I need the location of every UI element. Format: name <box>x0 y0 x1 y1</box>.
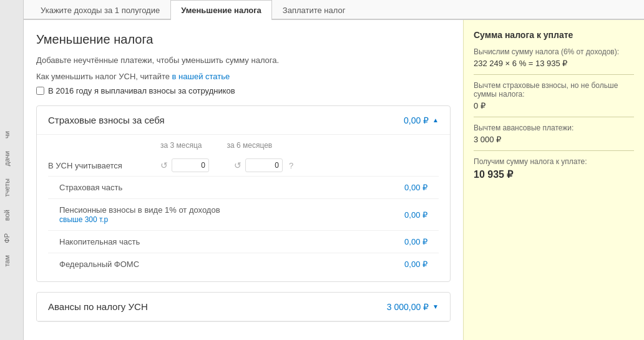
insurance-row-2-label: Накопительная часть <box>59 237 140 246</box>
sidebar-item[interactable]: там <box>0 249 23 273</box>
refresh-6months-btn[interactable]: ↺ <box>234 160 242 170</box>
advances-deduct-value: 3 000 ₽ <box>474 135 634 144</box>
insurance-row-1-value: 0,00 ₽ <box>404 210 427 220</box>
description-line1: Добавьте неучтённые платежи, чтобы умень… <box>36 54 451 67</box>
insurance-table-area: за 3 месяца за 6 месяцев В УСН учитывает… <box>37 135 450 281</box>
insurance-row-3-value: 0,00 ₽ <box>404 260 427 269</box>
insurance-toggle-icon[interactable]: ▲ <box>432 117 439 124</box>
advances-title: Авансы по налогу УСН <box>48 301 148 312</box>
sidebar-item[interactable]: чи <box>0 125 23 145</box>
tab-income[interactable]: Укажите доходы за 1 полугодие <box>30 0 170 20</box>
left-sidebar: чидачитчетывойФРтам <box>0 0 24 340</box>
insurance-row-2-value: 0,00 ₽ <box>404 237 427 246</box>
input-6months[interactable] <box>245 158 283 172</box>
usn-input-row: В УСН учитывается ↺ ↺ ? <box>48 155 439 177</box>
sidebar-item[interactable]: дачи <box>0 145 23 172</box>
insurance-row-1-label: Пенсионные взносы в виде 1% от доходов с… <box>59 205 220 224</box>
advances-toggle-icon[interactable]: ▼ <box>432 303 439 310</box>
content-area: Уменьшение налога Добавьте неучтённые пл… <box>24 20 463 340</box>
insurance-deduct-value: 0 ₽ <box>474 101 634 110</box>
tabs-bar: Укажите доходы за 1 полугодиеУменьшение … <box>24 0 644 20</box>
insurance-row-3-label: Федеральный ФОМС <box>59 260 139 269</box>
insurance-row-0-value: 0,00 ₽ <box>404 183 427 192</box>
divider-1 <box>474 74 634 75</box>
insurance-deduct-label: Вычтем страховые взносы, но не больше су… <box>474 81 634 99</box>
employees-checkbox-label: В 2016 году я выплачивал взносы за сотру… <box>48 86 235 95</box>
article-link[interactable]: в нашей статье <box>172 72 230 81</box>
sidebar-item[interactable]: вой <box>0 203 23 227</box>
main-content: Укажите доходы за 1 полугодиеУменьшение … <box>24 0 644 340</box>
insurance-row-1: Пенсионные взносы в виде 1% от доходов с… <box>48 199 439 231</box>
advances-deduct-label: Вычтем авансовые платежи: <box>474 124 634 132</box>
col-headers: за 3 месяца за 6 месяцев <box>160 141 439 150</box>
advances-section-header: Авансы по налогу УСН 3 000,00 ₽ ▼ <box>37 293 450 321</box>
insurance-row-3: Федеральный ФОМС 0,00 ₽ <box>48 253 439 275</box>
employees-checkbox[interactable] <box>36 87 44 95</box>
input-group-6months: ↺ ? <box>234 158 293 172</box>
insurance-amount: 0,00 ₽ ▲ <box>404 115 439 125</box>
divider-2 <box>474 117 634 117</box>
advances-section: Авансы по налогу УСН 3 000,00 ₽ ▼ <box>36 292 451 322</box>
insurance-row-2: Накопительная часть 0,00 ₽ <box>48 231 439 253</box>
employees-checkbox-row: В 2016 году я выплачивал взносы за сотру… <box>36 86 451 95</box>
insurance-row-0: Страховая часть 0,00 ₽ <box>48 177 439 199</box>
refresh-3months-btn[interactable]: ↺ <box>160 160 168 170</box>
tab-reduce[interactable]: Уменьшение налога <box>170 0 272 20</box>
page-body: Уменьшение налога Добавьте неучтённые пл… <box>24 20 644 340</box>
calc-label: Вычислим сумму налога (6% от доходов): <box>474 47 634 56</box>
sidebar-item[interactable]: ФР <box>0 227 23 250</box>
insurance-title: Страховые взносы за себя <box>48 115 165 125</box>
sidebar-item[interactable]: тчеты <box>0 172 23 203</box>
panel-title: Сумма налога к уплате <box>474 30 634 40</box>
usn-label: В УСН учитывается <box>48 161 160 170</box>
result-label: Получим сумму налога к уплате: <box>474 157 634 166</box>
insurance-section: Страховые взносы за себя 0,00 ₽ ▲ за 3 м… <box>36 105 451 282</box>
insurance-row-0-label: Страховая часть <box>59 183 122 192</box>
info-icon[interactable]: ? <box>289 161 293 170</box>
calc-value: 232 249 × 6 % = 13 935 ₽ <box>474 59 634 68</box>
input-3months[interactable] <box>172 158 209 172</box>
advances-amount: 3 000,00 ₽ ▼ <box>387 302 439 312</box>
description-line2: Как уменьшить налог УСН, читайте в нашей… <box>36 70 451 83</box>
divider-3 <box>474 150 634 151</box>
input-group-3months: ↺ <box>160 158 209 172</box>
result-value: 10 935 ₽ <box>474 168 634 180</box>
tab-pay[interactable]: Заплатите налог <box>272 0 356 20</box>
right-panel: Сумма налога к уплате Вычислим сумму нал… <box>463 20 644 340</box>
insurance-section-header: Страховые взносы за себя 0,00 ₽ ▲ <box>37 106 450 135</box>
page-title: Уменьшение налога <box>36 32 451 47</box>
